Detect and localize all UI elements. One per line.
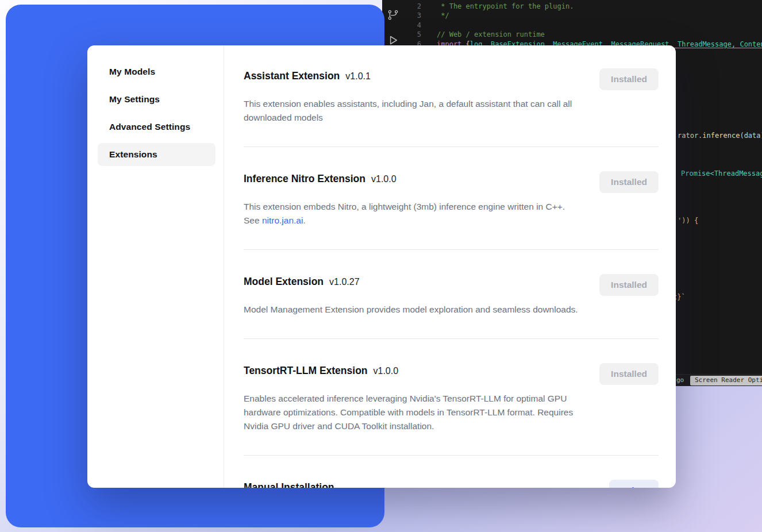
extension-version: v1.0.1 — [345, 71, 371, 81]
extension-description: This extension enables assistants, inclu… — [244, 97, 578, 125]
line-number: 2 — [403, 2, 421, 11]
row-divider — [244, 147, 659, 147]
code-text: * The entrypoint for the plugin. — [437, 2, 574, 11]
code-line: 3 */ — [403, 11, 762, 20]
sidebar-item-my-models[interactable]: My Models — [98, 60, 215, 83]
code-line: 2 * The entrypoint for the plugin. — [403, 2, 762, 11]
extension-name: Inference Nitro Extension — [244, 173, 365, 184]
extension-heading: Assistant Extensionv1.0.1 — [244, 68, 371, 83]
manual-installation-row: Manual Installation Select Select an ext… — [244, 480, 659, 488]
extension-name: Model Extension — [244, 276, 324, 287]
extension-name: Assistant Extension — [244, 70, 340, 82]
extension-heading: Model Extensionv1.0.27 — [244, 274, 360, 289]
sidebar-item-my-settings[interactable]: My Settings — [98, 88, 215, 111]
installed-button[interactable]: Installed — [599, 274, 659, 296]
extension-row-nitro: Inference Nitro Extensionv1.0.0 Installe… — [244, 171, 659, 228]
code-fragment-promise: Promise<ThreadMessage> — [681, 169, 762, 178]
sidebar-item-advanced-settings[interactable]: Advanced Settings — [98, 115, 215, 138]
line-number: 5 — [403, 30, 421, 39]
page-background: 2 * The entrypoint for the plugin. 3 */ … — [0, 0, 762, 532]
extension-heading: Manual Installation — [244, 480, 334, 488]
settings-card: My Models My Settings Advanced Settings … — [87, 45, 676, 488]
extension-heading: Inference Nitro Extensionv1.0.0 — [244, 171, 397, 186]
code-line: 5// Web / extension runtime — [403, 30, 762, 39]
sidebar-item-extensions[interactable]: Extensions — [98, 143, 215, 166]
line-number: 4 — [403, 21, 421, 30]
settings-sidebar: My Models My Settings Advanced Settings … — [87, 45, 224, 488]
extension-version: v1.0.0 — [371, 174, 397, 184]
code-text: */ — [437, 11, 449, 20]
extension-description: This extension embeds Nitro, a lightweig… — [244, 200, 578, 228]
code-text: data — [744, 132, 761, 140]
extension-row-assistant: Assistant Extensionv1.0.1 Installed This… — [244, 68, 659, 125]
row-divider — [244, 249, 659, 250]
status-bar-text: go — [676, 375, 684, 386]
extension-version: v1.0.0 — [374, 366, 399, 376]
extension-row-model: Model Extensionv1.0.27 Installed Model M… — [244, 274, 659, 317]
code-line: 4 — [403, 21, 762, 30]
row-divider — [244, 338, 659, 339]
code-text: inference — [702, 132, 740, 140]
description-text: . — [303, 215, 305, 225]
nitro-jan-ai-link[interactable]: nitro.jan.ai — [262, 215, 303, 225]
code-lines: 2 * The entrypoint for the plugin. 3 */ … — [403, 2, 762, 49]
select-file-button[interactable]: Select — [609, 480, 659, 488]
installed-button[interactable]: Installed — [599, 363, 659, 385]
screen-reader-optimized-badge: Screen Reader Optimized — [690, 376, 762, 385]
git-branch-icon[interactable] — [387, 9, 399, 21]
extension-description: Enables accelerated inference leveraging… — [244, 392, 578, 433]
extension-row-tensorrt: TensortRT-LLM Extensionv1.0.0 Installed … — [244, 363, 659, 433]
extensions-panel: Assistant Extensionv1.0.1 Installed This… — [224, 45, 676, 488]
extension-heading: TensortRT-LLM Extensionv1.0.0 — [244, 363, 398, 378]
code-fragment-inference: rator.inference(data)); — [678, 132, 762, 140]
code-text: ( — [740, 132, 744, 140]
installed-button[interactable]: Installed — [599, 171, 659, 193]
run-debug-icon[interactable] — [387, 34, 399, 46]
extension-version: v1.0.27 — [329, 277, 359, 287]
extension-name: TensortRT-LLM Extension — [244, 365, 368, 376]
row-divider — [244, 455, 659, 456]
extension-description: Model Management Extension provides mode… — [244, 303, 578, 317]
code-fragment-string: ')) { — [678, 217, 698, 225]
installed-button[interactable]: Installed — [599, 68, 659, 90]
manual-installation-title: Manual Installation — [244, 481, 334, 488]
line-number: 3 — [403, 11, 421, 20]
code-text: // Web / extension runtime — [437, 30, 545, 39]
code-text: rator. — [678, 132, 702, 140]
